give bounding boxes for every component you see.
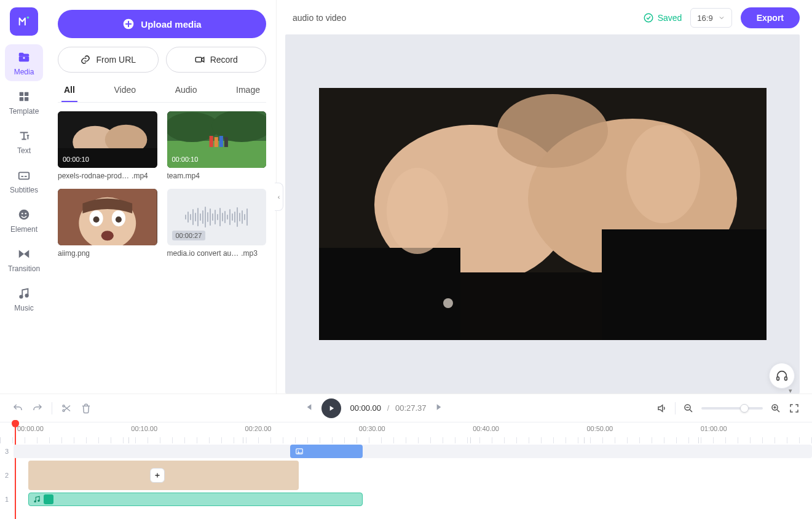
check-circle-icon bbox=[643, 12, 654, 23]
timeline: 00:00.00 00:10.00 00:20.00 00:30.00 00:4… bbox=[0, 422, 812, 513]
zoom-in-button[interactable] bbox=[770, 403, 781, 414]
from-url-button[interactable]: From URL bbox=[58, 47, 159, 73]
upload-label: Upload media bbox=[141, 19, 201, 30]
track-row: 3 bbox=[0, 445, 812, 458]
headphones-icon bbox=[775, 369, 789, 382]
media-thumbnail: 00:00:10 bbox=[167, 111, 267, 168]
media-item[interactable]: 00:00:10 team.mp4 bbox=[167, 111, 267, 180]
svg-rect-15 bbox=[195, 57, 202, 62]
media-thumbnail: 00:00:10 bbox=[58, 111, 157, 168]
app-logo[interactable] bbox=[10, 7, 38, 36]
split-button[interactable] bbox=[61, 403, 72, 414]
sidebar-item-transition[interactable]: Transition bbox=[5, 241, 43, 278]
delete-button[interactable] bbox=[81, 403, 92, 414]
ruler-tick: 00:50.00 bbox=[584, 422, 698, 443]
svg-point-48 bbox=[63, 405, 65, 406]
saved-label: Saved bbox=[658, 13, 682, 23]
image-clip[interactable] bbox=[290, 445, 363, 458]
media-tabs: All Video Audio Image bbox=[58, 81, 266, 103]
zoom-slider[interactable] bbox=[701, 407, 763, 410]
sidebar-label: Text bbox=[17, 146, 31, 155]
media-duration: 00:00:10 bbox=[63, 156, 89, 163]
add-clip-button[interactable] bbox=[150, 468, 165, 483]
prev-frame-button[interactable] bbox=[303, 402, 313, 414]
media-item[interactable]: aiimg.png bbox=[58, 189, 157, 258]
collapse-panel-handle[interactable]: ‹ bbox=[275, 183, 283, 211]
aspect-ratio-select[interactable]: 16:9 bbox=[690, 8, 731, 28]
volume-button[interactable] bbox=[656, 403, 668, 414]
svg-point-55 bbox=[38, 500, 39, 501]
svg-rect-26 bbox=[219, 136, 223, 147]
help-button[interactable] bbox=[769, 363, 795, 389]
svg-point-33 bbox=[116, 216, 122, 223]
left-sidebar: Media Template Text Subtitles Element Tr… bbox=[0, 0, 48, 394]
track-index: 1 bbox=[0, 496, 14, 503]
time-duration: 00:27.37 bbox=[395, 403, 427, 413]
sidebar-item-text[interactable]: Text bbox=[5, 123, 43, 160]
track-body[interactable] bbox=[14, 445, 812, 458]
sidebar-item-template[interactable]: Template bbox=[5, 84, 43, 121]
ruler-tick: 00:10.00 bbox=[128, 422, 242, 443]
media-ext: .mp3 bbox=[241, 249, 258, 258]
audio-clip-thumb bbox=[44, 494, 53, 504]
media-item[interactable]: 00:00:27 media.io convert au… .mp3 bbox=[167, 189, 267, 258]
sidebar-label: Music bbox=[14, 304, 33, 312]
export-button[interactable]: Export bbox=[741, 7, 800, 28]
undo-button[interactable] bbox=[12, 403, 23, 414]
media-thumbnail bbox=[58, 189, 157, 245]
waveform-icon bbox=[185, 207, 248, 228]
sidebar-item-subtitles[interactable]: Subtitles bbox=[5, 162, 43, 199]
svg-rect-27 bbox=[224, 137, 227, 147]
media-grid: 00:00:10 pexels-rodnae-prod… .mp4 00:00:… bbox=[58, 111, 266, 258]
dropdown-hint-icon[interactable]: ▾ bbox=[789, 387, 792, 395]
sidebar-item-music[interactable]: Music bbox=[5, 280, 43, 317]
music-note-icon bbox=[33, 495, 41, 504]
sidebar-label: Media bbox=[14, 68, 34, 76]
chevron-down-icon bbox=[718, 14, 725, 22]
sidebar-item-media[interactable]: Media bbox=[5, 44, 43, 81]
svg-rect-47 bbox=[785, 377, 787, 381]
time-current: 00:00.00 bbox=[350, 403, 381, 413]
aspect-value: 16:9 bbox=[697, 14, 712, 23]
zoom-out-button[interactable] bbox=[683, 403, 694, 414]
tab-video[interactable]: Video bbox=[111, 81, 138, 102]
timeline-ruler[interactable]: 00:00.00 00:10.00 00:20.00 00:30.00 00:4… bbox=[0, 422, 812, 443]
zoom-thumb[interactable] bbox=[740, 404, 749, 413]
tab-image[interactable]: Image bbox=[234, 81, 262, 102]
svg-point-34 bbox=[101, 231, 114, 240]
tab-all[interactable]: All bbox=[61, 81, 77, 102]
svg-point-39 bbox=[497, 94, 608, 168]
track-index: 3 bbox=[0, 448, 14, 455]
svg-point-45 bbox=[626, 125, 700, 223]
sidebar-label: Subtitles bbox=[10, 186, 38, 194]
preview-canvas[interactable] bbox=[319, 88, 767, 340]
track-body[interactable] bbox=[14, 493, 812, 506]
sidebar-item-element[interactable]: Element bbox=[5, 202, 43, 239]
media-thumbnail: 00:00:27 bbox=[167, 189, 267, 245]
saved-status: Saved bbox=[643, 12, 682, 23]
fit-button[interactable] bbox=[789, 403, 800, 414]
sidebar-label: Element bbox=[10, 225, 37, 234]
ruler-tick: 00:20.00 bbox=[243, 422, 357, 443]
media-filename: team.mp4 bbox=[167, 172, 200, 180]
play-button[interactable] bbox=[321, 398, 341, 418]
project-title[interactable]: audio to video bbox=[293, 13, 346, 23]
svg-point-0 bbox=[27, 17, 30, 19]
record-button[interactable]: Record bbox=[166, 47, 267, 73]
plus-circle-icon bbox=[122, 18, 135, 30]
audio-clip[interactable] bbox=[28, 493, 363, 506]
track-body[interactable] bbox=[14, 461, 812, 490]
media-item[interactable]: 00:00:10 pexels-rodnae-prod… .mp4 bbox=[58, 111, 157, 180]
svg-point-43 bbox=[443, 298, 453, 308]
ruler-tick: 00:00.00 bbox=[15, 422, 128, 443]
svg-point-13 bbox=[25, 294, 28, 296]
upload-media-button[interactable]: Upload media bbox=[58, 10, 266, 38]
svg-rect-24 bbox=[209, 136, 213, 147]
svg-rect-8 bbox=[19, 172, 30, 179]
tab-audio[interactable]: Audio bbox=[173, 81, 200, 102]
next-frame-button[interactable] bbox=[435, 402, 445, 414]
image-icon bbox=[295, 447, 304, 456]
redo-button[interactable] bbox=[32, 403, 43, 414]
svg-rect-4 bbox=[20, 92, 23, 96]
track-row: 1 bbox=[0, 493, 812, 506]
